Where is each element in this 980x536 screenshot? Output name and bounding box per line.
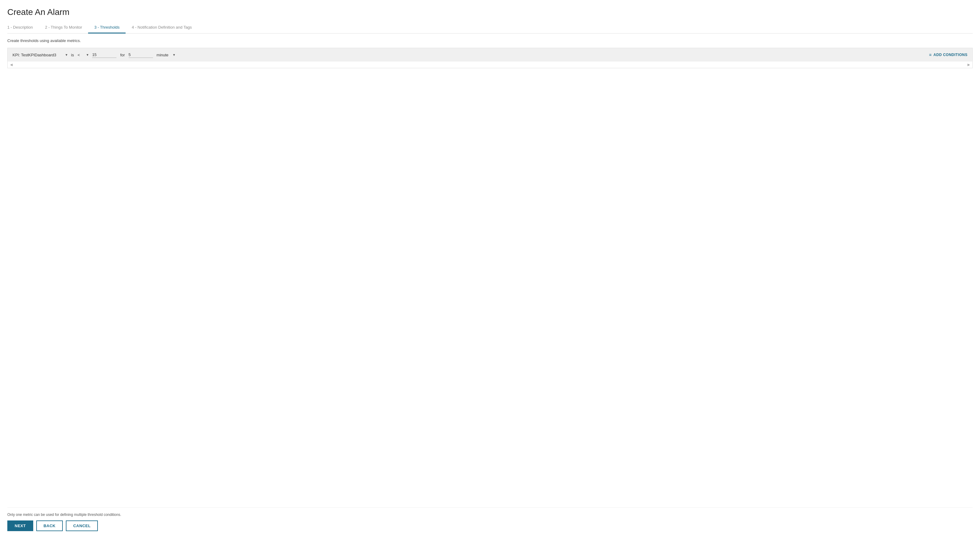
- add-conditions-icon: ≡: [929, 52, 932, 57]
- scroll-left-icon[interactable]: ◀: [10, 63, 13, 67]
- tab-notification[interactable]: 4 - Notification Definition and Tags: [126, 22, 198, 33]
- threshold-row: KPI: TestKPIDashboard3 ▾ is < <= > >= =: [8, 48, 972, 62]
- tabs-container: 1 - Description 2 - Things To Monitor 3 …: [7, 22, 973, 33]
- add-conditions-label: ADD CONDITIONS: [933, 53, 967, 57]
- main-content: Create thresholds using available metric…: [7, 33, 973, 536]
- tab-description[interactable]: 1 - Description: [7, 22, 39, 33]
- next-button[interactable]: NEXT: [7, 520, 33, 531]
- cancel-button[interactable]: CANCEL: [66, 520, 98, 531]
- time-unit-select[interactable]: minute hour day: [157, 53, 175, 57]
- operator-select-wrapper: < <= > >= = ▾: [78, 53, 88, 57]
- tab-thresholds[interactable]: 3 - Thresholds: [88, 22, 126, 33]
- footer-note: Only one metric can be used for defining…: [7, 512, 973, 517]
- operator-select[interactable]: < <= > >= =: [78, 53, 88, 57]
- add-conditions-button[interactable]: ≡ ADD CONDITIONS: [929, 52, 967, 57]
- page-title: Create An Alarm: [7, 7, 973, 17]
- back-button[interactable]: BACK: [36, 520, 63, 531]
- threshold-value-input[interactable]: [92, 52, 116, 58]
- threshold-row-container: KPI: TestKPIDashboard3 ▾ is < <= > >= =: [7, 48, 973, 68]
- is-label: is: [71, 53, 74, 57]
- kpi-select[interactable]: KPI: TestKPIDashboard3: [13, 53, 67, 57]
- footer-buttons: NEXT BACK CANCEL: [7, 520, 973, 531]
- scroll-right-icon[interactable]: ▶: [967, 63, 970, 67]
- footer-area: Only one metric can be used for defining…: [7, 507, 973, 536]
- time-unit-select-wrapper: minute hour day ▾: [157, 53, 175, 57]
- tab-things-to-monitor[interactable]: 2 - Things To Monitor: [39, 22, 88, 33]
- page-container: Create An Alarm 1 - Description 2 - Thin…: [0, 0, 980, 536]
- description-text: Create thresholds using available metric…: [7, 38, 973, 43]
- content-area: Create thresholds using available metric…: [7, 33, 973, 507]
- kpi-select-wrapper: KPI: TestKPIDashboard3 ▾: [13, 53, 67, 57]
- for-label: for: [120, 53, 125, 57]
- duration-input[interactable]: [129, 52, 153, 58]
